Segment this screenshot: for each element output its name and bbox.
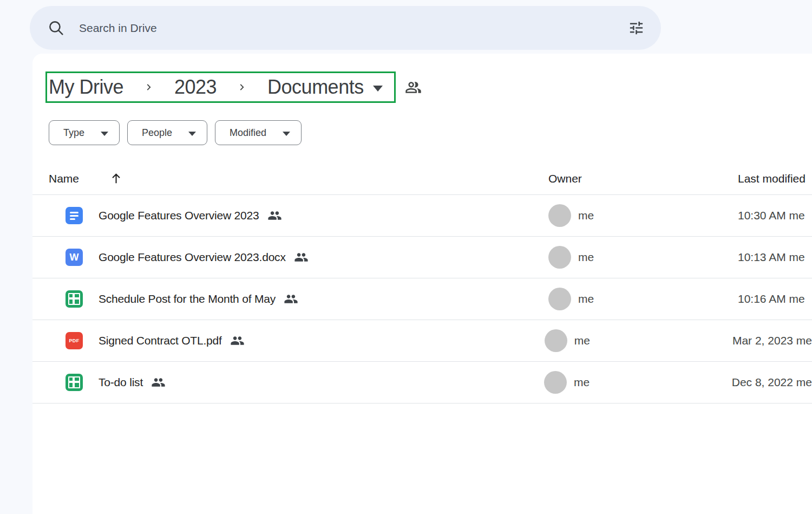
file-name[interactable]: Google Features Overview 2023: [99, 209, 259, 222]
file-name[interactable]: Google Features Overview 2023.docx: [99, 251, 286, 264]
file-name[interactable]: Signed Contract OTL.pdf: [99, 334, 222, 347]
file-name[interactable]: To-do list: [99, 376, 143, 389]
google-drive-window: My Drive 2023 Documents: [0, 0, 812, 514]
owner-cell: me: [548, 246, 738, 269]
file-name-cell: W Google Features Overview 2023.docx: [49, 249, 548, 266]
file-row[interactable]: To-do list me Dec 8, 2022 me: [32, 362, 812, 404]
file-row[interactable]: W Google Features Overview 2023.docx me …: [32, 237, 812, 278]
chevron-down-icon: [101, 132, 108, 136]
folder-shared-people-icon[interactable]: [405, 79, 422, 96]
file-table: Name Owner Last modified Google Features…: [32, 162, 812, 404]
owner-label: me: [574, 334, 590, 347]
file-row[interactable]: Google Features Overview 2023 me 10:30 A…: [32, 195, 812, 237]
filter-chip-label: Modified: [230, 127, 266, 139]
chevron-down-icon: [283, 132, 290, 136]
shared-people-icon: [230, 335, 245, 347]
owner-avatar: [544, 371, 567, 394]
file-name-cell: Google Features Overview 2023: [49, 207, 548, 224]
gsheet-file-icon: [66, 374, 83, 391]
owner-label: me: [574, 376, 590, 389]
owner-cell: me: [545, 329, 732, 352]
chevron-down-icon: [188, 132, 196, 136]
last-modified-label: Dec 8, 2022 me: [732, 376, 812, 389]
shared-people-icon: [151, 376, 166, 388]
owner-label: me: [578, 209, 594, 222]
search-input[interactable]: [79, 22, 628, 35]
owner-avatar: [548, 246, 571, 269]
content-panel: My Drive 2023 Documents: [32, 54, 812, 514]
file-row[interactable]: PDF Signed Contract OTL.pdf me Mar 2, 20…: [32, 320, 812, 362]
owner-avatar: [545, 329, 567, 352]
column-header-last-modified[interactable]: Last modified: [738, 172, 812, 185]
shared-people-icon: [284, 293, 298, 305]
file-name[interactable]: Schedule Post for the Month of May: [99, 292, 276, 305]
file-name-cell: To-do list: [49, 374, 544, 391]
search-icon[interactable]: [47, 19, 65, 37]
file-row[interactable]: Schedule Post for the Month of May me 10…: [32, 278, 812, 320]
chevron-right-icon: [143, 80, 155, 94]
breadcrumb: My Drive 2023 Documents: [45, 71, 422, 103]
filter-chip-people[interactable]: People: [127, 120, 207, 145]
filter-chip-modified[interactable]: Modified: [215, 120, 302, 145]
file-name-cell: PDF Signed Contract OTL.pdf: [49, 332, 545, 349]
shared-people-icon: [267, 210, 282, 222]
file-name-cell: Schedule Post for the Month of May: [49, 290, 548, 308]
filter-chip-label: People: [142, 127, 172, 139]
file-list: Google Features Overview 2023 me 10:30 A…: [32, 195, 812, 404]
chevron-right-icon: [236, 80, 248, 94]
owner-avatar: [548, 288, 571, 310]
pdf-file-icon: PDF: [66, 332, 83, 349]
gsheet-file-icon: [66, 290, 83, 308]
owner-label: me: [578, 251, 594, 264]
sort-ascending-arrow-icon[interactable]: [109, 171, 123, 186]
last-modified-label: 10:16 AM me: [738, 292, 812, 305]
search-options-icon[interactable]: [628, 19, 645, 36]
breadcrumb-item-documents[interactable]: Documents: [267, 76, 364, 99]
search-bar[interactable]: [30, 6, 661, 50]
dropdown-caret-icon: [373, 86, 383, 92]
owner-cell: me: [548, 288, 738, 310]
breadcrumb-item-2023[interactable]: 2023: [174, 76, 217, 99]
column-header-owner[interactable]: Owner: [548, 172, 738, 185]
breadcrumb-highlight-box: My Drive 2023 Documents: [45, 71, 396, 103]
owner-label: me: [578, 292, 594, 305]
last-modified-label: Mar 2, 2023 me: [732, 334, 812, 347]
shared-people-icon: [294, 251, 309, 263]
last-modified-label: 10:30 AM me: [738, 209, 812, 222]
filter-chip-label: Type: [63, 127, 84, 139]
owner-cell: me: [544, 371, 732, 394]
column-header-name-label: Name: [49, 172, 79, 185]
owner-avatar: [548, 204, 571, 227]
column-header-name[interactable]: Name: [49, 171, 548, 186]
owner-cell: me: [548, 204, 738, 227]
gdoc-file-icon: [66, 207, 83, 224]
word-file-icon: W: [66, 249, 83, 266]
filter-chip-type[interactable]: Type: [49, 120, 120, 145]
table-header-row: Name Owner Last modified: [32, 162, 812, 195]
filter-chips: Type People Modified: [49, 120, 302, 145]
breadcrumb-item-my-drive[interactable]: My Drive: [49, 76, 123, 99]
last-modified-label: 10:13 AM me: [738, 251, 812, 264]
